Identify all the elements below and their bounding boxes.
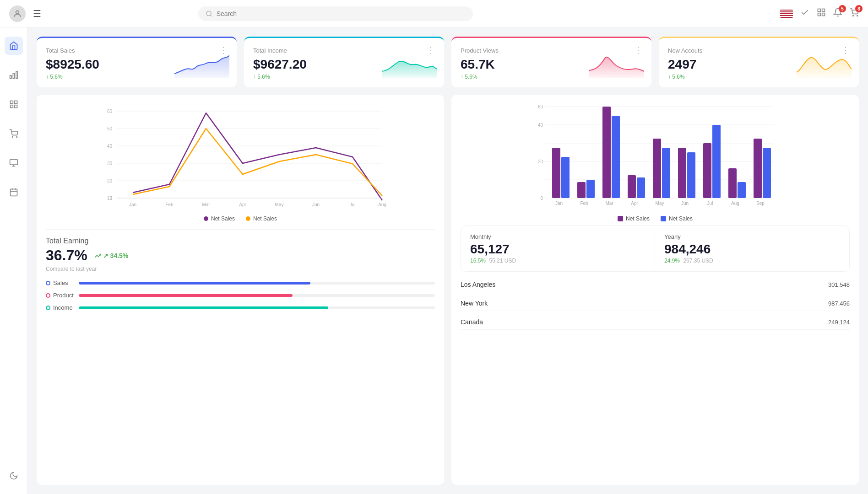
svg-point-17: [16, 137, 17, 138]
svg-text:50: 50: [107, 126, 113, 131]
svg-text:30: 30: [107, 161, 113, 166]
svg-rect-66: [662, 148, 670, 198]
location-row-canada: Canada 249,124: [461, 315, 850, 330]
search-input[interactable]: [217, 10, 466, 17]
stat-card-total-income: Total Income ⋮ $9627.20 ↑ 5.6%: [244, 37, 444, 87]
checkmark-icon[interactable]: [800, 8, 809, 19]
svg-text:Mar: Mar: [605, 201, 613, 206]
svg-rect-12: [10, 101, 13, 104]
cart-badge: 8: [855, 5, 863, 12]
svg-rect-6: [822, 13, 825, 16]
svg-rect-15: [14, 105, 17, 108]
stat-card-product-views: Product Views ⋮ 65.7K ↑ 5.6%: [451, 37, 651, 87]
svg-text:May: May: [656, 201, 664, 206]
svg-rect-11: [10, 75, 11, 79]
stat-cards-row: Total Sales ⋮ $8925.60 ↑ 5.6%: [37, 37, 859, 87]
earning-growth: ↗ 34.5%: [95, 252, 129, 259]
left-chart-card: 60 50 40 30 20 10 Jan Feb Mar Apr May Ju…: [37, 95, 444, 485]
yearly-stat: Yearly 984,246 24.9% 267.35 USD: [655, 226, 849, 271]
svg-rect-18: [10, 160, 17, 165]
cart-button[interactable]: 8: [850, 8, 859, 19]
svg-point-0: [16, 11, 19, 14]
yearly-value: 984,246: [664, 242, 840, 257]
svg-text:40: 40: [107, 144, 113, 149]
monthly-label: Monthly: [470, 233, 646, 240]
svg-text:60: 60: [107, 109, 113, 114]
total-sales-chart: [174, 53, 229, 78]
notification-badge: 5: [839, 5, 846, 12]
sidebar-item-monitor[interactable]: [5, 154, 23, 172]
svg-text:Jan: Jan: [129, 202, 136, 207]
svg-rect-5: [818, 13, 820, 16]
bar-chart-legend: Net Sales Net Sales: [461, 215, 850, 222]
svg-point-7: [853, 16, 854, 16]
menu-toggle-icon[interactable]: ☰: [33, 8, 41, 19]
svg-text:Apr: Apr: [239, 202, 246, 207]
monthly-stat: Monthly 65,127 16.5% 55.21 USD: [461, 226, 655, 271]
svg-rect-58: [561, 157, 570, 198]
svg-rect-63: [628, 175, 636, 198]
svg-text:Aug: Aug: [378, 202, 386, 207]
svg-rect-62: [612, 116, 620, 198]
main-content: Total Sales ⋮ $8925.60 ↑ 5.6%: [27, 27, 868, 494]
right-chart-card: 60 40 20 0: [451, 95, 859, 485]
sidebar-item-calendar[interactable]: [5, 183, 23, 201]
svg-text:Jun: Jun: [312, 202, 320, 207]
location-row-la: Los Angeles 301,548: [461, 277, 850, 292]
search-bar[interactable]: [198, 6, 473, 21]
svg-rect-67: [678, 148, 686, 198]
svg-text:Apr: Apr: [631, 201, 638, 206]
yearly-sub: 24.9% 267.35 USD: [664, 258, 840, 264]
new-accounts-title: New Accouts: [668, 47, 702, 54]
search-icon: [206, 10, 212, 17]
product-views-growth: ↑ 5.6%: [461, 74, 477, 80]
svg-rect-69: [703, 143, 711, 198]
sidebar-item-grid[interactable]: [5, 95, 23, 113]
bar-chart: 60 40 20 0: [461, 102, 850, 212]
earning-value: 36.7%: [46, 247, 87, 264]
line-chart: 60 50 40 30 20 10 Jan Feb Mar Apr May Ju…: [46, 102, 435, 212]
svg-rect-74: [763, 148, 771, 198]
notifications-button[interactable]: 5: [833, 8, 842, 19]
charts-row: 60 50 40 30 20 10 Jan Feb Mar Apr May Ju…: [37, 95, 859, 485]
svg-text:Jul: Jul: [350, 202, 356, 207]
svg-rect-21: [10, 189, 17, 196]
svg-text:Mar: Mar: [202, 202, 210, 207]
topbar-right: 5 8: [780, 8, 859, 19]
progress-item-income: Income: [46, 304, 435, 311]
stat-card-new-accounts: New Accouts ⋮ 2497 ↑ 5.6%: [659, 37, 859, 87]
earning-title: Total Earning: [46, 237, 435, 245]
svg-rect-60: [586, 180, 595, 198]
location-rows: Los Angeles 301,548 New York 987,456 Can…: [461, 277, 850, 330]
total-sales-title: Total Sales: [46, 47, 75, 54]
sidebar-item-analytics[interactable]: [5, 66, 23, 84]
sidebar-item-cart[interactable]: [5, 124, 23, 143]
svg-rect-3: [818, 9, 820, 12]
svg-text:0: 0: [109, 195, 112, 200]
user-avatar[interactable]: [9, 5, 26, 22]
svg-text:Aug: Aug: [731, 201, 739, 206]
main-layout: Total Sales ⋮ $8925.60 ↑ 5.6%: [0, 27, 868, 494]
progress-item-sales: Sales: [46, 279, 435, 286]
progress-item-product: Product: [46, 292, 435, 299]
svg-rect-57: [552, 148, 560, 198]
sidebar-item-theme[interactable]: [5, 467, 23, 485]
svg-rect-71: [728, 168, 737, 198]
legend-orange: Net Sales: [246, 215, 277, 222]
apps-grid-icon[interactable]: [817, 8, 826, 19]
new-accounts-chart: [797, 53, 852, 78]
language-flag[interactable]: [780, 10, 793, 18]
svg-rect-14: [10, 105, 13, 108]
svg-text:May: May: [275, 202, 284, 207]
product-views-title: Product Views: [461, 47, 499, 54]
svg-rect-61: [602, 107, 611, 198]
bar-legend-purple: Net Sales: [618, 215, 650, 222]
svg-point-16: [12, 137, 13, 138]
svg-point-8: [857, 16, 858, 16]
svg-rect-4: [822, 9, 825, 12]
svg-text:Jan: Jan: [555, 201, 563, 206]
total-income-growth: ↑ 5.6%: [253, 74, 270, 80]
svg-rect-10: [13, 74, 14, 79]
location-row-ny: New York 987,456: [461, 296, 850, 311]
sidebar-item-home[interactable]: [5, 37, 23, 55]
